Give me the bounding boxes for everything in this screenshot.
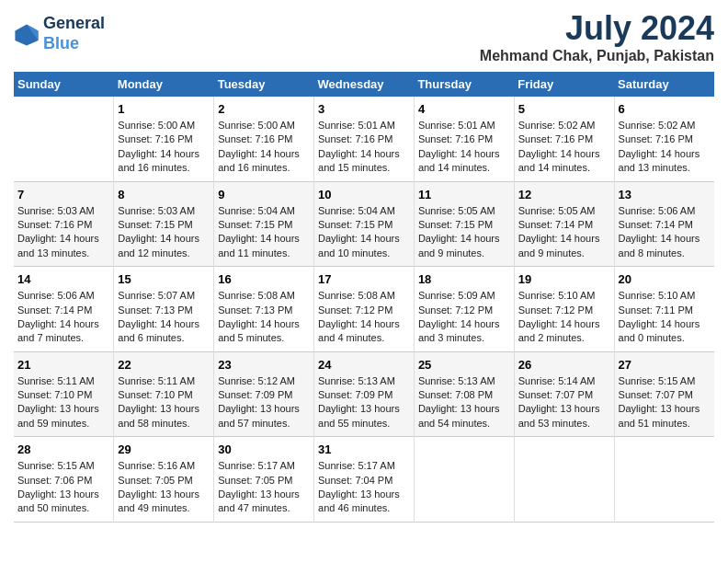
cell-sun-info: Sunrise: 5:00 AMSunset: 7:16 PMDaylight:… bbox=[118, 119, 210, 176]
cell-sun-info: Sunrise: 5:01 AMSunset: 7:16 PMDaylight:… bbox=[318, 119, 410, 176]
calendar-cell: 8Sunrise: 5:03 AMSunset: 7:15 PMDaylight… bbox=[114, 181, 214, 267]
cell-sun-info: Sunrise: 5:16 AMSunset: 7:05 PMDaylight:… bbox=[118, 459, 210, 516]
calendar-body: 1Sunrise: 5:00 AMSunset: 7:16 PMDaylight… bbox=[14, 97, 714, 522]
cell-sun-info: Sunrise: 5:01 AMSunset: 7:16 PMDaylight:… bbox=[418, 119, 510, 176]
day-number: 28 bbox=[17, 442, 109, 456]
day-number: 8 bbox=[118, 188, 210, 201]
calendar-cell: 21Sunrise: 5:11 AMSunset: 7:10 PMDayligh… bbox=[14, 351, 114, 437]
calendar-cell: 17Sunrise: 5:08 AMSunset: 7:12 PMDayligh… bbox=[314, 267, 415, 352]
day-header-tuesday: Tuesday bbox=[214, 72, 314, 97]
cell-sun-info: Sunrise: 5:10 AMSunset: 7:12 PMDaylight:… bbox=[518, 289, 610, 346]
cell-sun-info: Sunrise: 5:11 AMSunset: 7:10 PMDaylight:… bbox=[17, 374, 109, 431]
calendar-cell: 10Sunrise: 5:04 AMSunset: 7:15 PMDayligh… bbox=[314, 181, 415, 267]
cell-sun-info: Sunrise: 5:11 AMSunset: 7:10 PMDaylight:… bbox=[118, 374, 210, 431]
calendar-cell bbox=[514, 437, 614, 523]
cell-sun-info: Sunrise: 5:15 AMSunset: 7:07 PMDaylight:… bbox=[619, 374, 711, 431]
calendar-cell: 31Sunrise: 5:17 AMSunset: 7:04 PMDayligh… bbox=[314, 437, 415, 523]
cell-sun-info: Sunrise: 5:17 AMSunset: 7:04 PMDaylight:… bbox=[318, 459, 410, 516]
cell-sun-info: Sunrise: 5:17 AMSunset: 7:05 PMDaylight:… bbox=[218, 459, 310, 516]
main-title: July 2024 bbox=[480, 9, 714, 48]
calendar-cell: 25Sunrise: 5:13 AMSunset: 7:08 PMDayligh… bbox=[414, 351, 514, 437]
calendar-cell: 28Sunrise: 5:15 AMSunset: 7:06 PMDayligh… bbox=[14, 437, 114, 523]
day-number: 3 bbox=[318, 102, 410, 116]
cell-sun-info: Sunrise: 5:08 AMSunset: 7:12 PMDaylight:… bbox=[318, 289, 410, 346]
cell-sun-info: Sunrise: 5:03 AMSunset: 7:15 PMDaylight:… bbox=[118, 204, 210, 261]
logo-text: General Blue bbox=[43, 14, 105, 53]
day-number: 30 bbox=[218, 442, 310, 456]
logo-icon bbox=[14, 21, 40, 47]
calendar-cell bbox=[614, 437, 714, 523]
cell-sun-info: Sunrise: 5:09 AMSunset: 7:12 PMDaylight:… bbox=[418, 289, 510, 346]
calendar-cell: 6Sunrise: 5:02 AMSunset: 7:16 PMDaylight… bbox=[614, 97, 714, 181]
cell-sun-info: Sunrise: 5:00 AMSunset: 7:16 PMDaylight:… bbox=[218, 119, 310, 176]
day-number: 22 bbox=[118, 358, 210, 372]
cell-sun-info: Sunrise: 5:02 AMSunset: 7:16 PMDaylight:… bbox=[518, 119, 610, 176]
day-number: 9 bbox=[218, 188, 310, 201]
day-number: 13 bbox=[619, 188, 711, 201]
day-number: 27 bbox=[619, 358, 711, 372]
day-number: 29 bbox=[118, 442, 210, 456]
calendar-cell: 9Sunrise: 5:04 AMSunset: 7:15 PMDaylight… bbox=[214, 181, 314, 267]
cell-sun-info: Sunrise: 5:05 AMSunset: 7:14 PMDaylight:… bbox=[518, 204, 610, 261]
calendar-cell: 24Sunrise: 5:13 AMSunset: 7:09 PMDayligh… bbox=[314, 351, 415, 437]
calendar-cell: 20Sunrise: 5:10 AMSunset: 7:11 PMDayligh… bbox=[614, 267, 714, 352]
day-number: 23 bbox=[218, 358, 310, 372]
day-number: 4 bbox=[418, 102, 510, 116]
calendar-cell: 30Sunrise: 5:17 AMSunset: 7:05 PMDayligh… bbox=[214, 437, 314, 523]
calendar-header: SundayMondayTuesdayWednesdayThursdayFrid… bbox=[14, 72, 714, 97]
cell-sun-info: Sunrise: 5:13 AMSunset: 7:09 PMDaylight:… bbox=[318, 374, 410, 431]
calendar-cell: 16Sunrise: 5:08 AMSunset: 7:13 PMDayligh… bbox=[214, 267, 314, 352]
page-header: General Blue July 2024 Mehmand Chak, Pun… bbox=[14, 9, 714, 64]
day-number: 10 bbox=[318, 188, 410, 201]
days-header-row: SundayMondayTuesdayWednesdayThursdayFrid… bbox=[14, 72, 714, 97]
calendar-week-5: 28Sunrise: 5:15 AMSunset: 7:06 PMDayligh… bbox=[14, 437, 714, 523]
day-number: 20 bbox=[619, 272, 711, 286]
day-number: 26 bbox=[518, 358, 610, 372]
calendar-week-2: 7Sunrise: 5:03 AMSunset: 7:16 PMDaylight… bbox=[14, 181, 714, 267]
day-header-friday: Friday bbox=[514, 72, 614, 97]
cell-sun-info: Sunrise: 5:14 AMSunset: 7:07 PMDaylight:… bbox=[518, 374, 610, 431]
calendar-cell: 12Sunrise: 5:05 AMSunset: 7:14 PMDayligh… bbox=[514, 181, 614, 267]
calendar-cell: 15Sunrise: 5:07 AMSunset: 7:13 PMDayligh… bbox=[114, 267, 214, 352]
day-number: 18 bbox=[418, 272, 510, 286]
calendar-cell: 19Sunrise: 5:10 AMSunset: 7:12 PMDayligh… bbox=[514, 267, 614, 352]
calendar-week-4: 21Sunrise: 5:11 AMSunset: 7:10 PMDayligh… bbox=[14, 351, 714, 437]
day-header-monday: Monday bbox=[114, 72, 214, 97]
calendar-cell: 14Sunrise: 5:06 AMSunset: 7:14 PMDayligh… bbox=[14, 267, 114, 352]
day-number: 21 bbox=[17, 358, 109, 372]
day-number: 19 bbox=[518, 272, 610, 286]
cell-sun-info: Sunrise: 5:04 AMSunset: 7:15 PMDaylight:… bbox=[318, 204, 410, 261]
day-number: 6 bbox=[619, 102, 711, 116]
logo: General Blue bbox=[14, 14, 105, 53]
calendar-cell: 7Sunrise: 5:03 AMSunset: 7:16 PMDaylight… bbox=[14, 181, 114, 267]
day-header-wednesday: Wednesday bbox=[314, 72, 415, 97]
calendar-table: SundayMondayTuesdayWednesdayThursdayFrid… bbox=[14, 72, 714, 523]
day-header-sunday: Sunday bbox=[14, 72, 114, 97]
day-number: 15 bbox=[118, 272, 210, 286]
day-number: 14 bbox=[17, 272, 109, 286]
day-number: 17 bbox=[318, 272, 410, 286]
calendar-cell: 1Sunrise: 5:00 AMSunset: 7:16 PMDaylight… bbox=[114, 97, 214, 181]
cell-sun-info: Sunrise: 5:05 AMSunset: 7:15 PMDaylight:… bbox=[418, 204, 510, 261]
day-number: 7 bbox=[17, 188, 109, 201]
title-area: July 2024 Mehmand Chak, Punjab, Pakistan bbox=[480, 9, 714, 64]
cell-sun-info: Sunrise: 5:03 AMSunset: 7:16 PMDaylight:… bbox=[17, 204, 109, 261]
day-number: 11 bbox=[418, 188, 510, 201]
calendar-cell: 27Sunrise: 5:15 AMSunset: 7:07 PMDayligh… bbox=[614, 351, 714, 437]
cell-sun-info: Sunrise: 5:04 AMSunset: 7:15 PMDaylight:… bbox=[218, 204, 310, 261]
calendar-cell: 3Sunrise: 5:01 AMSunset: 7:16 PMDaylight… bbox=[314, 97, 415, 181]
calendar-cell: 22Sunrise: 5:11 AMSunset: 7:10 PMDayligh… bbox=[114, 351, 214, 437]
cell-sun-info: Sunrise: 5:06 AMSunset: 7:14 PMDaylight:… bbox=[17, 289, 109, 346]
calendar-week-3: 14Sunrise: 5:06 AMSunset: 7:14 PMDayligh… bbox=[14, 267, 714, 352]
calendar-cell: 18Sunrise: 5:09 AMSunset: 7:12 PMDayligh… bbox=[414, 267, 514, 352]
day-number: 2 bbox=[218, 102, 310, 116]
day-number: 12 bbox=[518, 188, 610, 201]
cell-sun-info: Sunrise: 5:02 AMSunset: 7:16 PMDaylight:… bbox=[619, 119, 711, 176]
calendar-cell bbox=[14, 97, 114, 181]
calendar-cell: 13Sunrise: 5:06 AMSunset: 7:14 PMDayligh… bbox=[614, 181, 714, 267]
cell-sun-info: Sunrise: 5:10 AMSunset: 7:11 PMDaylight:… bbox=[619, 289, 711, 346]
cell-sun-info: Sunrise: 5:12 AMSunset: 7:09 PMDaylight:… bbox=[218, 374, 310, 431]
calendar-cell bbox=[414, 437, 514, 523]
day-number: 1 bbox=[118, 102, 210, 116]
calendar-cell: 2Sunrise: 5:00 AMSunset: 7:16 PMDaylight… bbox=[214, 97, 314, 181]
